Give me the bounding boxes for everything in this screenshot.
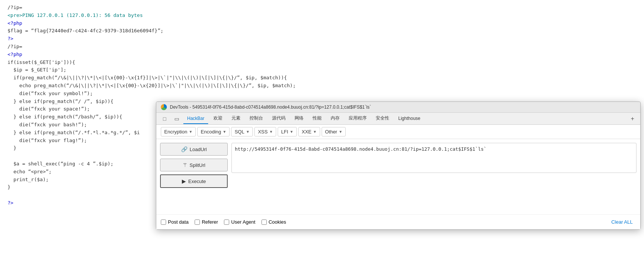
load-url-label: LoadUrl (190, 147, 207, 152)
edge-browser-icon (161, 104, 167, 110)
execute-label: Execute (188, 179, 206, 184)
hackbar-url-area (231, 143, 636, 210)
other-dropdown[interactable]: Other ▼ (322, 127, 346, 136)
tab-elements[interactable]: 元素 (228, 113, 244, 124)
user-agent-label: User Agent (231, 219, 255, 225)
tab-lighthouse[interactable]: Lighthouse (395, 114, 424, 124)
clear-all-button[interactable]: Clear ALL (608, 218, 636, 226)
hackbar-action-buttons: 🔗 LoadUrl ⚚ SplitUrl ▶ Execute (160, 143, 228, 210)
code-line: $flag = “flag{72440ed7-c424-4fc2-9379-31… (8, 27, 636, 35)
hackbar-toolbar: Encryption ▼ Encoding ▼ SQL ▼ XSS ▼ LFI … (156, 125, 640, 139)
sql-label: SQL (234, 129, 244, 135)
xxe-chevron-icon: ▼ (313, 130, 317, 134)
xss-chevron-icon: ▼ (269, 130, 273, 134)
post-data-checkbox-item[interactable]: Post data (161, 219, 189, 225)
user-agent-checkbox[interactable] (224, 220, 229, 225)
xxe-dropdown[interactable]: XXE ▼ (298, 127, 320, 136)
split-url-label: SplitUrl (190, 162, 206, 168)
load-url-button[interactable]: 🔗 LoadUrl (160, 143, 228, 156)
code-line: <?php (8, 20, 636, 27)
cookies-checkbox-item[interactable]: Cookies (262, 219, 286, 225)
code-line: <pre>PING 127.0.0.1 (127.0.0.1): 56 data… (8, 12, 636, 20)
encoding-label: Encoding (201, 129, 221, 135)
devtools-panel: DevTools - 5495314f-0f76-415d-8abd-c0745… (156, 101, 641, 230)
tab-console[interactable]: 控制台 (246, 113, 267, 124)
encryption-label: Encryption (164, 129, 187, 135)
code-line: die(“fxck your symbol!”); (8, 90, 636, 98)
code-line: $ip = $_GET['ip']; (8, 66, 636, 74)
devtools-title: DevTools - 5495314f-0f76-415d-8abd-c0745… (170, 104, 371, 110)
xss-label: XSS (258, 129, 268, 135)
tab-security[interactable]: 安全性 (372, 113, 393, 124)
post-data-checkbox[interactable] (161, 220, 166, 225)
encryption-chevron-icon: ▼ (189, 130, 192, 134)
tab-performance[interactable]: 性能 (309, 113, 325, 124)
execute-icon: ▶ (182, 178, 186, 184)
code-line: if(isset($_GET['ip'])){ (8, 59, 636, 67)
referer-checkbox[interactable] (195, 220, 200, 225)
encoding-dropdown[interactable]: Encoding ▼ (197, 127, 230, 136)
devtools-tabs-bar: □ ▭ HackBar 欢迎 元素 控制台 源代码 网络 性能 内存 应用程序 … (156, 113, 640, 125)
code-line: ?> (8, 35, 636, 43)
tab-sources[interactable]: 源代码 (268, 113, 289, 124)
sql-dropdown[interactable]: SQL ▼ (231, 127, 253, 136)
tab-hackbar[interactable]: HackBar (183, 114, 208, 124)
split-url-button[interactable]: ⚚ SplitUrl (160, 159, 228, 171)
code-line: if(preg_match(“/\&|\||\?|\*|\<|[\x{00}-\… (8, 74, 636, 82)
cookies-label: Cookies (269, 219, 286, 225)
code-line: /?ip= (8, 43, 636, 51)
cookies-checkbox[interactable] (262, 220, 267, 225)
tab-memory[interactable]: 内存 (327, 113, 343, 124)
lfi-chevron-icon: ▼ (290, 130, 293, 134)
sql-chevron-icon: ▼ (246, 130, 249, 134)
lfi-label: LFI (281, 129, 288, 135)
code-line: echo preg_match(“/\&|\||\?|\*|\<|[\x{00}… (8, 82, 636, 90)
encoding-chevron-icon: ▼ (223, 130, 227, 134)
devtools-device-icon[interactable]: ▭ (171, 114, 182, 124)
add-tab-button[interactable]: + (628, 114, 637, 124)
execute-button[interactable]: ▶ Execute (160, 174, 228, 188)
tab-welcome[interactable]: 欢迎 (210, 113, 226, 124)
code-line: /?ip= (8, 4, 636, 12)
tab-network[interactable]: 网络 (291, 113, 307, 124)
load-url-icon: 🔗 (181, 146, 187, 152)
url-input[interactable] (231, 143, 636, 173)
code-line: <?php (8, 51, 636, 59)
referer-checkbox-item[interactable]: Referer (195, 219, 218, 225)
hackbar-content: 🔗 LoadUrl ⚚ SplitUrl ▶ Execute (156, 139, 640, 214)
user-agent-checkbox-item[interactable]: User Agent (224, 219, 255, 225)
devtools-titlebar: DevTools - 5495314f-0f76-415d-8abd-c0745… (156, 102, 640, 113)
devtools-inspect-icon[interactable]: □ (159, 114, 170, 124)
lfi-dropdown[interactable]: LFI ▼ (278, 127, 297, 136)
split-url-icon: ⚚ (183, 162, 187, 168)
other-chevron-icon: ▼ (339, 130, 342, 134)
encryption-dropdown[interactable]: Encryption ▼ (161, 127, 196, 136)
post-data-label: Post data (168, 219, 189, 225)
referer-label: Referer (202, 219, 218, 225)
other-label: Other (325, 129, 337, 135)
xss-dropdown[interactable]: XSS ▼ (254, 127, 276, 136)
xxe-label: XXE (302, 129, 311, 135)
hackbar-footer: Post data Referer User Agent Cookies Cle… (156, 214, 640, 229)
tab-application[interactable]: 应用程序 (345, 113, 370, 124)
